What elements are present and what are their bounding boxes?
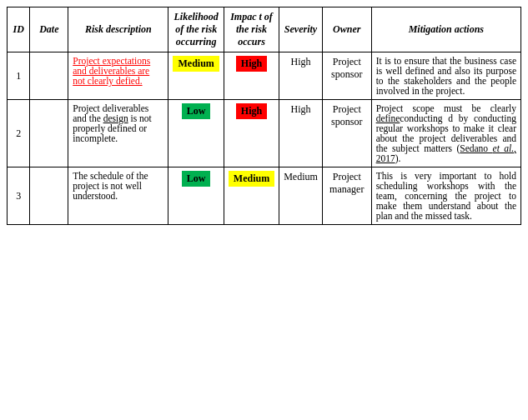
likelihood-header-text: Likelihood of the risk occurring bbox=[173, 11, 218, 48]
row-severity: High bbox=[279, 100, 323, 168]
table-row: 3The schedule of the project is not well… bbox=[8, 168, 521, 225]
row-date bbox=[30, 168, 68, 225]
row-risk-description: Project deliverables and the design is n… bbox=[68, 100, 168, 168]
impact-header-text: Impac t of the risk occurs bbox=[230, 11, 273, 48]
row-date bbox=[30, 52, 68, 100]
impact-badge: Medium bbox=[229, 171, 274, 187]
header-date: Date bbox=[30, 8, 68, 52]
row-impact: Medium bbox=[224, 168, 279, 225]
header-impact: Impac t of the risk occurs bbox=[224, 8, 279, 52]
likelihood-badge: Medium bbox=[173, 56, 219, 72]
row-severity: High bbox=[279, 52, 323, 100]
header-likelihood: Likelihood of the risk occurring bbox=[168, 8, 224, 52]
row-mitigation: Project scope must be clearly definecond… bbox=[371, 100, 520, 168]
row-id: 2 bbox=[8, 100, 30, 168]
table-row: 1Project expectations and deliverables a… bbox=[8, 52, 521, 100]
risk-text: Project expectations and deliverables ar… bbox=[73, 56, 150, 86]
row-date bbox=[30, 100, 68, 168]
row-impact: High bbox=[224, 100, 279, 168]
risk-text: The schedule of the project is not well … bbox=[73, 171, 148, 201]
header-severity: Severity bbox=[279, 8, 323, 52]
header-owner: Owner bbox=[322, 8, 371, 52]
row-impact: High bbox=[224, 52, 279, 100]
row-risk-description: The schedule of the project is not well … bbox=[68, 168, 168, 225]
row-id: 1 bbox=[8, 52, 30, 100]
header-risk: Risk description bbox=[68, 8, 168, 52]
row-owner: Project manager bbox=[322, 168, 371, 225]
risk-text: Project deliverables and the design is n… bbox=[73, 103, 152, 143]
likelihood-badge: Low bbox=[182, 103, 211, 119]
row-mitigation: It is to ensure that the business case i… bbox=[371, 52, 520, 100]
likelihood-badge: Low bbox=[182, 171, 211, 187]
risk-table: ID Date Risk description Likelihood of t… bbox=[7, 7, 521, 225]
row-likelihood: Medium bbox=[168, 52, 224, 100]
row-risk-description: Project expectations and deliverables ar… bbox=[68, 52, 168, 100]
header-mitigation: Mitigation actions bbox=[371, 8, 520, 52]
header-id: ID bbox=[8, 8, 30, 52]
row-owner: Project sponsor bbox=[322, 100, 371, 168]
row-severity: Medium bbox=[279, 168, 323, 225]
row-likelihood: Low bbox=[168, 168, 224, 225]
impact-badge: High bbox=[236, 56, 267, 72]
row-id: 3 bbox=[8, 168, 30, 225]
row-likelihood: Low bbox=[168, 100, 224, 168]
row-mitigation: This is very important to hold schedulin… bbox=[371, 168, 520, 225]
impact-badge: High bbox=[236, 103, 267, 119]
row-owner: Project sponsor bbox=[322, 52, 371, 100]
table-row: 2Project deliverables and the design is … bbox=[8, 100, 521, 168]
